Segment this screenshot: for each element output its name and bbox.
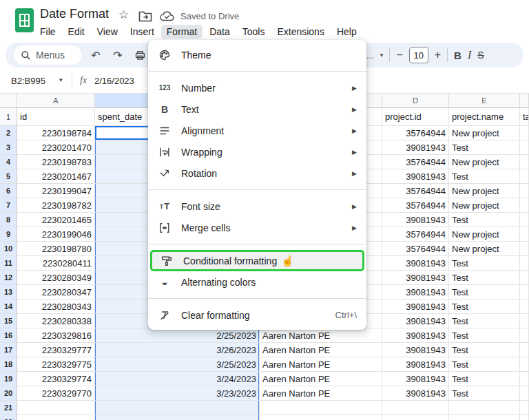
cell-A7[interactable]: 2230198782: [17, 198, 95, 213]
cell-C19[interactable]: Aaren Narton PE: [260, 372, 382, 386]
cell-E3[interactable]: Test: [449, 140, 520, 155]
cell-C17[interactable]: Aaren Narton PE: [260, 343, 382, 357]
menu-item-theme[interactable]: Theme: [148, 44, 366, 65]
decrease-font-size-button[interactable]: −: [396, 49, 402, 61]
cell-D10[interactable]: 35764944: [382, 242, 449, 256]
cell-C16[interactable]: Aaren Narton PE: [260, 328, 382, 343]
menu-tools[interactable]: Tools: [237, 25, 271, 39]
cell-B16[interactable]: 2/25/2023: [95, 328, 260, 343]
cell-E21[interactable]: [449, 401, 520, 415]
row-header-1[interactable]: 1: [0, 108, 17, 126]
cell-F21[interactable]: [520, 401, 529, 415]
cell-D12[interactable]: 39081943: [382, 271, 449, 285]
cell-E4[interactable]: New project: [449, 155, 520, 169]
row-header-18[interactable]: 18: [0, 357, 17, 372]
italic-button[interactable]: I: [468, 49, 471, 61]
cell-D22[interactable]: [382, 415, 449, 420]
cell-A14[interactable]: 2230280343: [17, 300, 95, 314]
cell-A15[interactable]: 2230280338: [17, 314, 95, 328]
name-box[interactable]: B2:B995: [11, 76, 45, 86]
cell-E6[interactable]: New project: [449, 184, 520, 198]
cell-A17[interactable]: 2230329777: [17, 343, 95, 357]
cell-E5[interactable]: Test: [449, 169, 520, 184]
menu-item-alignment[interactable]: Alignment▶: [148, 120, 366, 141]
row-header-8[interactable]: 8: [0, 213, 17, 227]
undo-button[interactable]: ↶: [88, 48, 103, 62]
cell-C22[interactable]: [260, 415, 382, 420]
column-header-E[interactable]: E: [449, 94, 520, 108]
row-header-10[interactable]: 10: [0, 242, 17, 256]
menu-help[interactable]: Help: [331, 25, 362, 39]
star-icon[interactable]: ☆: [118, 8, 129, 22]
cell-D19[interactable]: 39081943: [382, 372, 449, 386]
cell-F12[interactable]: [520, 271, 529, 285]
cell-E18[interactable]: Test: [449, 357, 520, 372]
cell-F14[interactable]: [520, 300, 529, 314]
cell-E16[interactable]: Test: [449, 328, 520, 343]
cell-A9[interactable]: 2230199046: [17, 227, 95, 242]
cell-E10[interactable]: New project: [449, 242, 520, 256]
cell-D16[interactable]: 39081943: [382, 328, 449, 343]
cell-D21[interactable]: [382, 401, 449, 415]
cell-E2[interactable]: New project: [449, 126, 520, 140]
cell-A2[interactable]: 2230198784: [17, 126, 95, 140]
column-header-D[interactable]: D: [382, 94, 449, 108]
cell-C20[interactable]: Aaren Narton PE: [260, 386, 382, 401]
font-selector[interactable]: ...: [366, 50, 374, 61]
cell-F13[interactable]: [520, 285, 529, 300]
row-header-17[interactable]: 17: [0, 343, 17, 357]
cell-D13[interactable]: 39081943: [382, 285, 449, 300]
cell-E17[interactable]: Test: [449, 343, 520, 357]
font-size-input[interactable]: 10: [409, 47, 428, 63]
cell-F10[interactable]: [520, 242, 529, 256]
row-header-12[interactable]: 12: [0, 271, 17, 285]
row-header-21[interactable]: 21: [0, 401, 17, 415]
cell-E7[interactable]: New project: [449, 198, 520, 213]
formula-input[interactable]: 2/16/2023: [94, 76, 134, 86]
cell-D6[interactable]: 35764944: [382, 184, 449, 198]
cell-F2[interactable]: [520, 126, 529, 140]
cell-F16[interactable]: [520, 328, 529, 343]
menu-item-clear-formatting[interactable]: Clear formattingCtrl+\: [148, 304, 366, 326]
cell-F4[interactable]: [520, 155, 529, 169]
menu-view[interactable]: View: [92, 25, 123, 39]
cell-D18[interactable]: 39081943: [382, 357, 449, 372]
menu-item-wrapping[interactable]: Wrapping▶: [148, 141, 366, 162]
cell-E19[interactable]: Test: [449, 372, 520, 386]
cell-D15[interactable]: 39081943: [382, 314, 449, 328]
cell-F17[interactable]: [520, 343, 529, 357]
cell-E12[interactable]: Test: [449, 271, 520, 285]
name-box-caret-icon[interactable]: ▾: [59, 76, 63, 83]
cell-E22[interactable]: [449, 415, 520, 420]
menu-item-font-size[interactable]: TTFont size▶: [148, 196, 366, 217]
cell-F15[interactable]: [520, 314, 529, 328]
cell-D4[interactable]: 35764944: [382, 155, 449, 169]
cell-F5[interactable]: [520, 169, 529, 184]
select-all-corner[interactable]: [0, 94, 17, 108]
cell-D2[interactable]: 35764944: [382, 126, 449, 140]
cell-B21[interactable]: [95, 401, 260, 415]
cell-A5[interactable]: 2230201467: [17, 169, 95, 184]
cell-F20[interactable]: [520, 386, 529, 401]
menu-insert[interactable]: Insert: [125, 25, 160, 39]
cell-F11[interactable]: [520, 256, 529, 271]
cell-A19[interactable]: 2230329774: [17, 372, 95, 386]
row-header-15[interactable]: 15: [0, 314, 17, 328]
cell-D3[interactable]: 39081943: [382, 140, 449, 155]
cell-D8[interactable]: 39081943: [382, 213, 449, 227]
cell-A10[interactable]: 2230198780: [17, 242, 95, 256]
row-header-13[interactable]: 13: [0, 285, 17, 300]
row-header-19[interactable]: 19: [0, 372, 17, 386]
cell-E11[interactable]: Test: [449, 256, 520, 271]
row-header-7[interactable]: 7: [0, 198, 17, 213]
cell-A4[interactable]: 2230198783: [17, 155, 95, 169]
cell-E8[interactable]: Test: [449, 213, 520, 227]
cell-E20[interactable]: Test: [449, 386, 520, 401]
increase-font-size-button[interactable]: +: [435, 49, 441, 61]
row-header-20[interactable]: 20: [0, 386, 17, 401]
row-header-6[interactable]: 6: [0, 184, 17, 198]
cell-D7[interactable]: 35764944: [382, 198, 449, 213]
cell-D17[interactable]: 39081943: [382, 343, 449, 357]
column-header-A[interactable]: A: [17, 94, 95, 108]
cell-D14[interactable]: 39081943: [382, 300, 449, 314]
